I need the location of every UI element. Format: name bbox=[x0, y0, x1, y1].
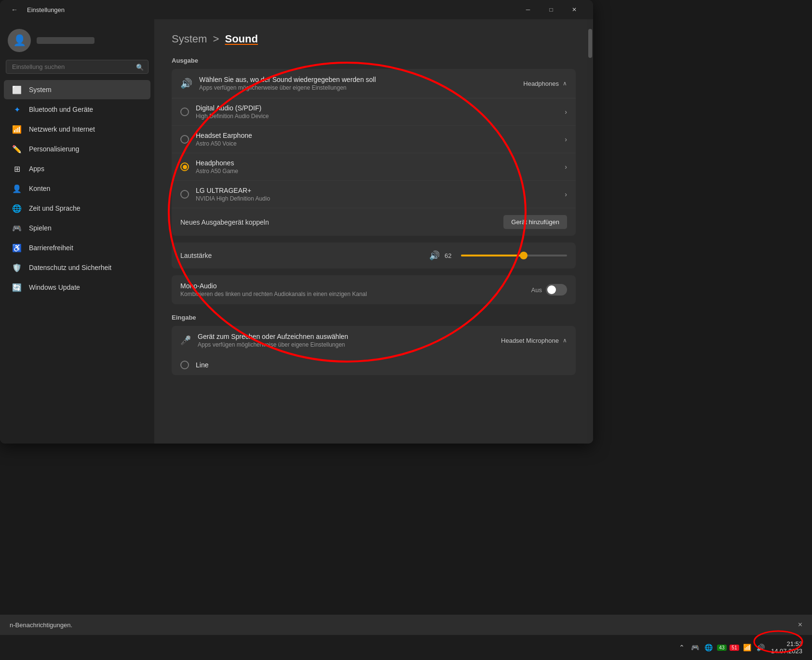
volume-label: Lautstärke bbox=[180, 252, 422, 259]
chevron-right-icon-2: › bbox=[565, 163, 567, 171]
privacy-icon: 🛡️ bbox=[12, 262, 22, 273]
tray-badge-43: 43 bbox=[717, 645, 727, 651]
avatar: 👤 bbox=[8, 29, 31, 52]
device-info-lg: LG ULTRAGEAR+ NVIDIA High Definition Aud… bbox=[196, 187, 558, 202]
device-type-headphones: Astro A50 Game bbox=[196, 168, 558, 175]
input-secondary: Apps verfügen möglicherweise über eigene… bbox=[198, 341, 494, 348]
input-header-row[interactable]: 🎤 Gerät zum Sprechen oder Aufzeichnen au… bbox=[172, 326, 576, 355]
volume-card: Lautstärke 🔊 62 bbox=[172, 242, 576, 269]
tray-discord-icon[interactable]: 🎮 bbox=[690, 642, 701, 653]
sidebar-nav: ⬜ System ✦ Bluetooth und Geräte 📶 Netzwe… bbox=[0, 80, 154, 297]
toggle-thumb bbox=[547, 285, 556, 294]
back-button[interactable]: ← bbox=[8, 3, 21, 16]
input-text: Gerät zum Sprechen oder Aufzeichnen ausw… bbox=[198, 333, 494, 348]
personalization-icon: ✏️ bbox=[12, 144, 22, 154]
tray-icons: ⌃ 🎮 🌐 43 51 📶 🔊 bbox=[677, 642, 766, 653]
sidebar-item-bluetooth[interactable]: ✦ Bluetooth und Geräte bbox=[4, 100, 150, 119]
sidebar-item-label-network: Netzwerk und Internet bbox=[29, 125, 95, 133]
taskbar-time: 21:53 14.07.2023 bbox=[771, 640, 802, 655]
sidebar-item-label-privacy: Datenschutz und Sicherheit bbox=[29, 264, 111, 271]
radio-digital[interactable] bbox=[180, 108, 189, 116]
update-icon: 🔄 bbox=[12, 282, 22, 293]
sidebar-item-accounts[interactable]: 👤 Konten bbox=[4, 179, 150, 198]
sidebar-item-label-personalization: Personalisierung bbox=[29, 145, 79, 153]
username-bar bbox=[37, 37, 95, 44]
sidebar: 👤 🔍 ⬜ System ✦ Bluetooth und G bbox=[0, 19, 154, 444]
speaker-icon: 🔊 bbox=[180, 78, 192, 89]
mono-status: Aus bbox=[531, 286, 542, 294]
output-header-row[interactable]: 🔊 Wählen Sie aus, wo der Sound wiedergeg… bbox=[172, 69, 576, 98]
input-line-item[interactable]: Line bbox=[172, 355, 576, 375]
scrollbar-thumb[interactable] bbox=[588, 29, 592, 58]
radio-earphone[interactable] bbox=[180, 135, 189, 144]
mono-subtitle: Kombinieren des linken und rechten Audio… bbox=[180, 291, 525, 297]
back-icon: ← bbox=[11, 6, 18, 13]
output-secondary: Apps verfügen möglicherweise über eigene… bbox=[199, 84, 516, 91]
sidebar-item-time[interactable]: 🌐 Zeit und Sprache bbox=[4, 199, 150, 218]
close-button[interactable]: ✕ bbox=[563, 2, 585, 17]
sidebar-item-gaming[interactable]: 🎮 Spielen bbox=[4, 218, 150, 238]
device-item-headphones[interactable]: Headphones Astro A50 Game › bbox=[172, 153, 576, 181]
tray-wifi-icon[interactable]: 📶 bbox=[742, 642, 753, 653]
device-info-line: Line bbox=[196, 361, 567, 369]
output-right: Headphones ∧ bbox=[523, 80, 567, 87]
sidebar-item-network[interactable]: 📶 Netzwerk und Internet bbox=[4, 120, 150, 139]
mono-audio-card: Mono-Audio Kombinieren des linken und re… bbox=[172, 275, 576, 304]
mono-row: Mono-Audio Kombinieren des linken und re… bbox=[172, 275, 576, 304]
bluetooth-icon: ✦ bbox=[12, 104, 22, 115]
chevron-up-icon: ∧ bbox=[563, 80, 567, 87]
device-name-headphones: Headphones bbox=[196, 159, 558, 167]
date-display: 14.07.2023 bbox=[771, 647, 802, 655]
sidebar-item-label-time: Zeit und Sprache bbox=[29, 204, 81, 212]
input-right: Headset Microphone ∧ bbox=[501, 337, 567, 344]
tray-chevron-icon[interactable]: ⌃ bbox=[677, 642, 687, 653]
titlebar: ← Einstellungen ─ □ ✕ bbox=[0, 0, 593, 19]
breadcrumb: System > Sound bbox=[172, 33, 576, 45]
ausgabe-label: Ausgabe bbox=[172, 57, 576, 64]
volume-right: 🔊 62 bbox=[429, 250, 567, 261]
avatar-icon: 👤 bbox=[13, 34, 26, 47]
sidebar-item-update[interactable]: 🔄 Windows Update bbox=[4, 278, 150, 297]
output-text: Wählen Sie aus, wo der Sound wiedergegeb… bbox=[199, 76, 516, 91]
tray-badge-51: 51 bbox=[730, 645, 739, 651]
mono-toggle[interactable] bbox=[546, 284, 567, 296]
minimize-button[interactable]: ─ bbox=[517, 2, 539, 17]
apps-icon: ⊞ bbox=[12, 163, 22, 174]
device-info-digital: Digital Audio (S/PDIF) High Definition A… bbox=[196, 104, 558, 120]
time-display: 21:53 bbox=[771, 640, 802, 647]
breadcrumb-parent[interactable]: System bbox=[172, 33, 207, 45]
notification-close[interactable]: × bbox=[798, 620, 802, 629]
radio-lg[interactable] bbox=[180, 190, 189, 199]
sidebar-item-accessibility[interactable]: ♿ Barrierefreiheit bbox=[4, 238, 150, 257]
app-title: Einstellungen bbox=[27, 6, 65, 13]
volume-icon: 🔊 bbox=[429, 250, 440, 261]
search-input[interactable] bbox=[6, 60, 149, 74]
device-item-earphone[interactable]: Headset Earphone Astro A50 Voice › bbox=[172, 126, 576, 153]
time-icon: 🌐 bbox=[12, 203, 22, 214]
gaming-icon: 🎮 bbox=[12, 223, 22, 233]
mono-right: Aus bbox=[531, 284, 567, 296]
device-item-digital[interactable]: Digital Audio (S/PDIF) High Definition A… bbox=[172, 98, 576, 126]
volume-thumb[interactable] bbox=[520, 252, 528, 259]
volume-slider[interactable] bbox=[461, 255, 567, 256]
radio-line[interactable] bbox=[180, 361, 189, 369]
taskbar-right: ⌃ 🎮 🌐 43 51 📶 🔊 21:53 14.07.2023 bbox=[677, 640, 802, 655]
maximize-button[interactable]: □ bbox=[540, 2, 562, 17]
sidebar-item-apps[interactable]: ⊞ Apps bbox=[4, 159, 150, 178]
sidebar-item-label-system: System bbox=[29, 86, 52, 94]
radio-headphones[interactable] bbox=[180, 162, 189, 171]
sidebar-item-system[interactable]: ⬜ System bbox=[4, 80, 150, 99]
sidebar-item-personalization[interactable]: ✏️ Personalisierung bbox=[4, 139, 150, 159]
mono-text: Mono-Audio Kombinieren des linken und re… bbox=[180, 282, 525, 297]
device-item-lg[interactable]: LG ULTRAGEAR+ NVIDIA High Definition Aud… bbox=[172, 181, 576, 208]
chevron-right-icon-3: › bbox=[565, 190, 567, 198]
tray-network-icon[interactable]: 🌐 bbox=[704, 642, 714, 653]
window-scrollbar[interactable] bbox=[587, 19, 593, 444]
sidebar-item-privacy[interactable]: 🛡️ Datenschutz und Sicherheit bbox=[4, 258, 150, 277]
output-selected-device: Headphones bbox=[523, 80, 559, 87]
volume-row: Lautstärke 🔊 62 bbox=[172, 242, 576, 269]
tray-volume-icon[interactable]: 🔊 bbox=[756, 642, 766, 653]
add-device-button[interactable]: Gerät hinzufügen bbox=[503, 215, 567, 229]
accessibility-icon: ♿ bbox=[12, 242, 22, 253]
output-device-card: 🔊 Wählen Sie aus, wo der Sound wiedergeg… bbox=[172, 69, 576, 236]
